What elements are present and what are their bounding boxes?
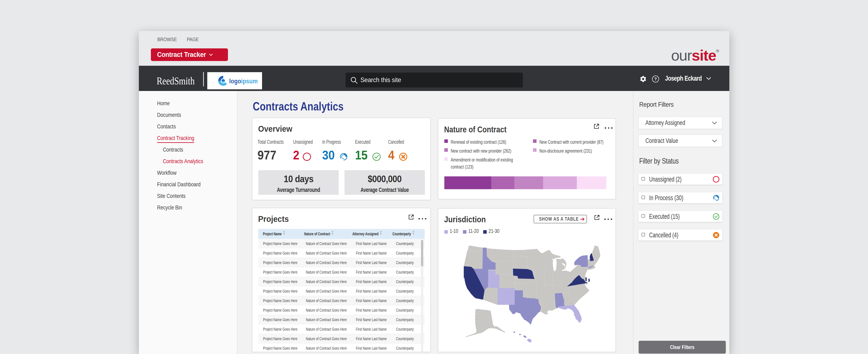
svg-text:?: ? (654, 77, 657, 81)
